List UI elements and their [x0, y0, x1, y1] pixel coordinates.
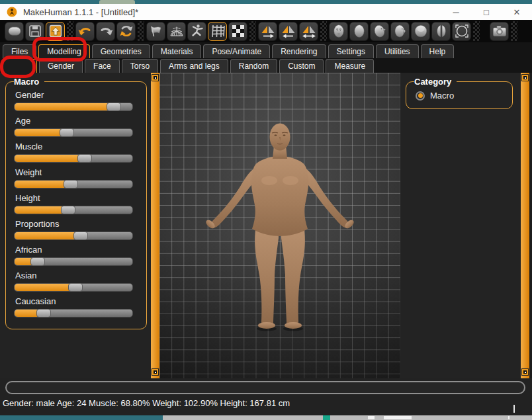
tab-utilities[interactable]: Utilities [376, 44, 419, 58]
subtab-custom[interactable]: Custom [279, 59, 324, 73]
scrollbar-top-knob[interactable] [152, 74, 159, 81]
symmetry-right-button[interactable] [258, 22, 277, 41]
smooth-button[interactable] [146, 22, 165, 41]
wireframe-button[interactable] [167, 22, 186, 41]
reset-button[interactable] [116, 22, 136, 41]
subtab-face[interactable]: Face [85, 59, 120, 73]
grid-icon [210, 23, 226, 39]
slider-caucasian[interactable] [14, 309, 133, 317]
taskbar-app-icon[interactable] [323, 415, 330, 420]
tab-geometries[interactable]: Geometries [92, 44, 150, 58]
tab-modelling[interactable]: Modelling [38, 44, 89, 58]
view-three-quarter-button[interactable] [370, 22, 389, 41]
radio-option-macro[interactable]: Macro [416, 91, 506, 101]
progress-bar [5, 381, 525, 394]
subtab-measure[interactable]: Measure [326, 59, 374, 73]
macro-groupbox: Macro GenderAgeMuscleWeightHeightProport… [5, 77, 147, 329]
scrollbar-top-knob[interactable] [521, 74, 529, 81]
view-profile-button[interactable] [390, 22, 410, 41]
slider-label-proportions: Proportions [15, 219, 140, 229]
save-button[interactable] [25, 22, 44, 41]
grid-button[interactable] [208, 22, 227, 41]
slider-handle-african[interactable] [30, 257, 45, 266]
scrollbar-bottom-knob[interactable] [521, 368, 529, 376]
symmetry-left-icon [281, 23, 296, 39]
subtab-arms-and-legs[interactable]: Arms and legs [160, 59, 228, 73]
slider-handle-proportions[interactable] [73, 231, 88, 240]
makehuman-logo-icon [7, 7, 17, 17]
view-top-button[interactable] [411, 22, 430, 41]
tab-settings[interactable]: Settings [328, 44, 374, 58]
undo-button[interactable] [75, 22, 95, 41]
slider-gender[interactable] [14, 103, 133, 111]
subtab-main[interactable]: Main [3, 59, 37, 73]
slider-fill [15, 155, 85, 162]
radio-label: Macro [430, 91, 454, 101]
tab-rendering[interactable]: Rendering [272, 44, 326, 58]
load-button[interactable] [46, 22, 65, 41]
bottom-zone: Gender: male Age: 24 Muscle: 68.80% Weig… [0, 378, 532, 415]
grab-screenshot-button[interactable] [490, 22, 509, 41]
human-model[interactable] [200, 119, 359, 337]
slider-handle-muscle[interactable] [77, 154, 92, 163]
slider-handle-caucasian[interactable] [36, 309, 51, 317]
slider-row-proportions: Proportions [14, 219, 140, 240]
view-split-button[interactable] [431, 22, 451, 41]
slider-row-african: African [14, 245, 140, 266]
symmetry-both-button[interactable] [299, 22, 318, 41]
window-title: MakeHuman 1.1.1 - [Untitled]* [23, 7, 138, 17]
category-group-title: Category [414, 77, 457, 87]
tab-files[interactable]: Files [3, 44, 36, 58]
view-back-button[interactable] [349, 22, 369, 41]
slider-age[interactable] [14, 128, 133, 137]
subtab-random[interactable]: Random [230, 59, 277, 73]
slider-handle-weight[interactable] [64, 180, 78, 189]
view-front-button[interactable] [329, 22, 348, 41]
help-button[interactable]: ? [527, 22, 532, 41]
subtab-torso[interactable]: Torso [122, 59, 158, 73]
left-panel: Macro GenderAgeMuscleWeightHeightProport… [0, 73, 151, 378]
viewport-3d[interactable] [159, 73, 400, 378]
toolbar-separator [249, 21, 256, 41]
tab-pose-animate[interactable]: Pose/Animate [203, 44, 270, 58]
minimize-button[interactable]: ─ [441, 4, 471, 20]
toolbar-separator [320, 21, 327, 41]
slider-handle-height[interactable] [61, 206, 75, 214]
slider-handle-age[interactable] [60, 128, 74, 137]
macro-group-title: Macro [14, 77, 44, 87]
view-orbit-button[interactable] [452, 22, 471, 41]
left-panel-scrollbar[interactable] [151, 73, 159, 378]
slider-handle-asian[interactable] [68, 283, 83, 292]
slider-proportions[interactable] [14, 231, 133, 240]
slider-muscle[interactable] [14, 154, 133, 163]
scrollbar-bottom-knob[interactable] [152, 368, 159, 376]
new-document-button[interactable] [5, 22, 24, 41]
titlebar[interactable]: MakeHuman 1.1.1 - [Untitled]* ─ □ ✕ [0, 4, 532, 20]
right-panel-scrollbar[interactable] [521, 73, 529, 378]
radio-button-icon [416, 91, 425, 101]
taskbar-active-app-button[interactable] [0, 415, 163, 420]
slider-african[interactable] [14, 257, 133, 266]
maximize-button[interactable]: □ [471, 4, 502, 20]
subtab-gender[interactable]: Gender [39, 59, 83, 73]
slider-fill [15, 181, 70, 188]
symmetry-left-button[interactable] [279, 22, 298, 41]
slider-asian[interactable] [14, 283, 133, 292]
slider-row-weight: Weight [14, 167, 140, 189]
tab-help[interactable]: Help [421, 44, 455, 58]
tab-materials[interactable]: Materials [152, 44, 202, 58]
slider-label-age: Age [15, 116, 140, 126]
background-checker-button[interactable] [228, 22, 247, 41]
pose-button[interactable] [187, 22, 206, 41]
windows-taskbar [0, 415, 532, 420]
close-button[interactable]: ✕ [502, 4, 532, 20]
slider-row-caucasian: Caucasian [14, 296, 140, 317]
background-checker-icon [230, 23, 246, 39]
slider-label-gender: Gender [15, 90, 140, 100]
slider-height[interactable] [14, 206, 133, 214]
slider-label-weight: Weight [15, 167, 140, 177]
main-area: Macro GenderAgeMuscleWeightHeightProport… [0, 73, 532, 378]
redo-button[interactable] [96, 22, 115, 41]
slider-handle-gender[interactable] [107, 103, 121, 111]
slider-weight[interactable] [14, 180, 133, 189]
